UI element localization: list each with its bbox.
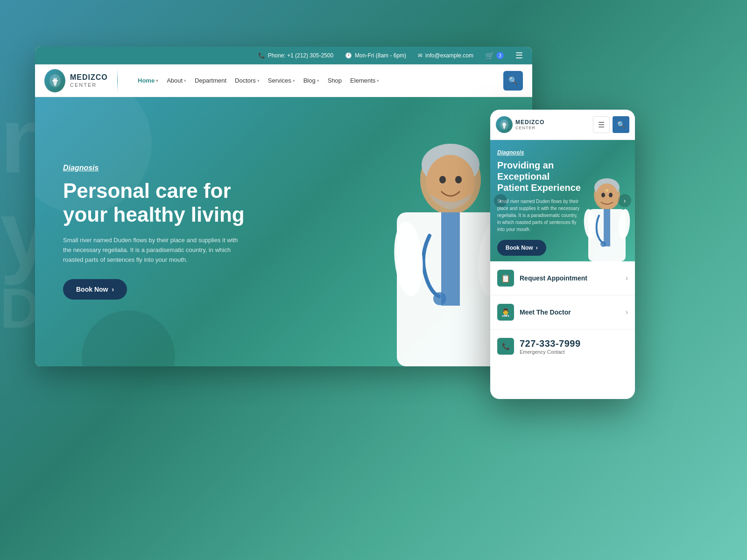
desktop-search-button[interactable]: 🔍 (503, 71, 523, 91)
emergency-phone: 727-333-7999 (520, 338, 628, 349)
doctor-menu-label: Meet The Doctor (520, 308, 571, 316)
meet-doctor-item[interactable]: 👨‍⚕️ Meet The Doctor › (490, 295, 635, 329)
nav-links: Home ▾ About ▾ Department Doctors ▾ Serv… (138, 77, 503, 84)
cart-button[interactable]: 🛒 3 (485, 51, 504, 60)
hero-label: Diagnosis (63, 164, 268, 172)
mobile-doctor-figure (581, 177, 633, 261)
hero-shape2 (82, 310, 175, 366)
topbar-email: ✉ info@example.com (418, 52, 473, 59)
nav-services[interactable]: Services ▾ (268, 77, 295, 84)
doctors-arrow: ▾ (257, 78, 260, 83)
svg-point-24 (601, 193, 605, 197)
mobile-hero-label: Diagnosis (497, 149, 628, 156)
svg-rect-7 (441, 212, 460, 306)
brand-sub: CENTER (70, 82, 108, 88)
mobile-logo-text: MEDIZCO CENTER (515, 119, 544, 130)
mobile-book-label: Book Now (506, 245, 533, 251)
phone-icon: 📞 (258, 52, 265, 59)
desktop-topbar: 📞 Phone: +1 (212) 305-2500 🕐 Mon-Fri (8a… (35, 47, 532, 64)
mobile-logo: MEDIZCO CENTER (496, 116, 544, 133)
topbar-phone: 📞 Phone: +1 (212) 305-2500 (258, 52, 333, 59)
mobile-logo-icon (496, 116, 513, 133)
desktop-hero: Diagnosis Personal care for your healthy… (35, 97, 532, 366)
mobile-brand-sub: CENTER (515, 126, 544, 130)
nav-doctors[interactable]: Doctors ▾ (235, 77, 260, 84)
logo-text: MEDIZCO CENTER (70, 73, 108, 88)
svg-point-12 (455, 176, 462, 183)
logo-area: MEDIZCO CENTER (44, 69, 138, 92)
mobile-search-button[interactable]: 🔍 (613, 116, 629, 133)
doctor-arrow-icon: › (626, 308, 628, 316)
hero-content: Diagnosis Personal care for your healthy… (35, 164, 296, 300)
hero-description: Small river named Duden flows by their p… (63, 236, 240, 265)
about-arrow: ▾ (184, 78, 186, 83)
appointment-arrow-icon: › (626, 274, 628, 282)
desktop-mockup: 📞 Phone: +1 (212) 305-2500 🕐 Mon-Fri (8a… (35, 47, 532, 366)
doctor-item-left: 👨‍⚕️ Meet The Doctor (497, 304, 571, 321)
carousel-next-button[interactable]: › (618, 194, 631, 207)
mobile-nav-icons: ☰ 🔍 (593, 116, 629, 133)
svg-point-26 (606, 189, 608, 192)
mobile-book-button[interactable]: Book Now › (497, 240, 546, 256)
nav-home[interactable]: Home ▾ (138, 77, 158, 84)
svg-point-5 (426, 155, 475, 209)
appointment-item-left: 📋 Request Appointment (497, 270, 587, 287)
appointment-label: Request Appointment (520, 274, 587, 282)
topbar-hours: 🕐 Mon-Fri (8am - 6pm) (345, 52, 406, 59)
topbar-phone-text: Phone: +1 (212) 305-2500 (268, 52, 333, 59)
topbar-email-text: info@example.com (425, 52, 473, 59)
svg-point-25 (609, 193, 613, 197)
blog-arrow: ▾ (317, 78, 319, 83)
svg-point-8 (433, 292, 446, 305)
brand-name: MEDIZCO (70, 73, 108, 82)
hamburger-menu[interactable]: ☰ (515, 50, 523, 61)
services-arrow: ▾ (293, 78, 295, 83)
nav-divider (117, 69, 118, 92)
email-icon: ✉ (418, 52, 423, 59)
mobile-topbar: MEDIZCO CENTER ☰ 🔍 (490, 110, 635, 140)
emergency-contact-section: 📞 727-333-7999 Emergency Contact (490, 329, 635, 363)
nav-elements[interactable]: Elements ▾ (350, 77, 379, 84)
emergency-text: 727-333-7999 Emergency Contact (520, 338, 628, 355)
doctor-menu-icon: 👨‍⚕️ (497, 304, 514, 321)
clock-icon: 🕐 (345, 52, 352, 59)
carousel-prev-button[interactable]: ‹ (494, 194, 507, 207)
book-arrow-icon: › (112, 286, 114, 293)
mobile-menu-items: 📋 Request Appointment › 👨‍⚕️ Meet The Do… (490, 261, 635, 329)
svg-point-11 (439, 176, 446, 183)
svg-point-21 (600, 241, 606, 247)
appointment-icon: 📋 (497, 270, 514, 287)
book-now-button[interactable]: Book Now › (63, 279, 127, 300)
mobile-hero: Diagnosis Providing an Exceptional Patie… (490, 140, 635, 261)
emergency-icon: 📞 (497, 338, 514, 355)
svg-rect-20 (604, 209, 610, 246)
mobile-hero-title: Providing an Exceptional Patient Experie… (497, 160, 581, 193)
desktop-navbar: MEDIZCO CENTER Home ▾ About ▾ Department… (35, 64, 532, 97)
nav-shop[interactable]: Shop (328, 77, 342, 84)
svg-point-15 (503, 120, 506, 123)
emergency-label: Emergency Contact (520, 349, 628, 355)
cart-icon: 🛒 (485, 51, 494, 60)
mobile-hamburger[interactable]: ☰ (593, 116, 610, 133)
mobile-mockup: MEDIZCO CENTER ☰ 🔍 Diagnosis Providing a… (490, 110, 635, 399)
topbar-hours-text: Mon-Fri (8am - 6pm) (355, 52, 406, 59)
svg-point-2 (54, 76, 56, 78)
home-arrow: ▾ (156, 78, 158, 83)
elements-arrow: ▾ (377, 78, 379, 83)
hero-title: Personal care for your healthy living (63, 179, 268, 226)
topbar-items: 📞 Phone: +1 (212) 305-2500 🕐 Mon-Fri (8a… (44, 50, 523, 61)
mobile-hero-desc: Small river named Duden flows by their p… (497, 198, 581, 233)
svg-point-18 (596, 183, 618, 209)
request-appointment-item[interactable]: 📋 Request Appointment › (490, 261, 635, 295)
nav-blog[interactable]: Blog ▾ (303, 77, 319, 84)
mobile-brand-name: MEDIZCO (515, 119, 544, 126)
nav-department[interactable]: Department (195, 77, 226, 84)
logo-icon (44, 69, 65, 92)
book-now-label: Book Now (76, 286, 108, 293)
cart-badge: 3 (496, 52, 504, 59)
nav-about[interactable]: About ▾ (167, 77, 186, 84)
mobile-book-arrow: › (536, 245, 538, 251)
